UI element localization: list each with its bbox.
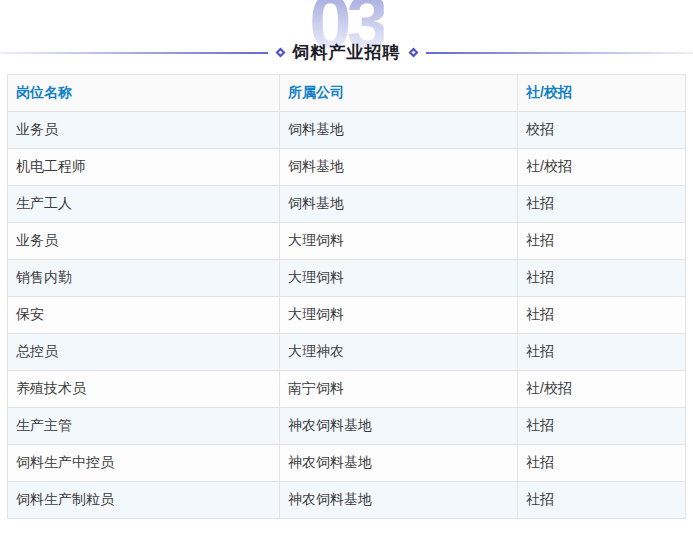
table-row: 生产工人饲料基地社招	[8, 186, 686, 223]
cell-company: 大理神农	[280, 334, 518, 371]
cell-position: 业务员	[8, 223, 280, 260]
cell-company: 大理饲料	[280, 223, 518, 260]
jobs-table-container: 岗位名称 所属公司 社/校招 业务员饲料基地校招机电工程师饲料基地社/校招生产工…	[7, 74, 686, 519]
cell-company: 大理饲料	[280, 297, 518, 334]
cell-recruit-type: 社招	[518, 223, 686, 260]
cell-position: 饲料生产制粒员	[8, 482, 280, 519]
diamond-icon	[275, 48, 285, 58]
cell-recruit-type: 社招	[518, 334, 686, 371]
cell-recruit-type: 社/校招	[518, 371, 686, 408]
cell-recruit-type: 社招	[518, 260, 686, 297]
column-header-company: 所属公司	[280, 75, 518, 112]
table-row: 机电工程师饲料基地社/校招	[8, 149, 686, 186]
cell-position: 机电工程师	[8, 149, 280, 186]
section-header: 03 饲料产业招聘	[0, 0, 693, 74]
cell-company: 饲料基地	[280, 186, 518, 223]
cell-position: 饲料生产中控员	[8, 445, 280, 482]
cell-company: 南宁饲料	[280, 371, 518, 408]
cell-company: 神农饲料基地	[280, 482, 518, 519]
cell-recruit-type: 社招	[518, 445, 686, 482]
title-divider-left	[0, 52, 268, 54]
column-header-position: 岗位名称	[8, 75, 280, 112]
table-row: 饲料生产中控员神农饲料基地社招	[8, 445, 686, 482]
section-title-row: 饲料产业招聘	[0, 41, 693, 64]
table-row: 业务员大理饲料社招	[8, 223, 686, 260]
cell-position: 总控员	[8, 334, 280, 371]
column-header-recruit-type: 社/校招	[518, 75, 686, 112]
cell-recruit-type: 社招	[518, 408, 686, 445]
diamond-icon	[408, 48, 418, 58]
table-row: 生产主管神农饲料基地社招	[8, 408, 686, 445]
title-divider-right	[426, 52, 693, 54]
table-row: 养殖技术员南宁饲料社/校招	[8, 371, 686, 408]
table-row: 保安大理饲料社招	[8, 297, 686, 334]
cell-position: 销售内勤	[8, 260, 280, 297]
cell-recruit-type: 社招	[518, 297, 686, 334]
cell-company: 神农饲料基地	[280, 445, 518, 482]
cell-recruit-type: 校招	[518, 112, 686, 149]
table-row: 总控员大理神农社招	[8, 334, 686, 371]
table-row: 业务员饲料基地校招	[8, 112, 686, 149]
table-row: 饲料生产制粒员神农饲料基地社招	[8, 482, 686, 519]
cell-position: 生产主管	[8, 408, 280, 445]
cell-company: 饲料基地	[280, 149, 518, 186]
cell-company: 饲料基地	[280, 112, 518, 149]
table-body: 业务员饲料基地校招机电工程师饲料基地社/校招生产工人饲料基地社招业务员大理饲料社…	[8, 112, 686, 519]
cell-position: 保安	[8, 297, 280, 334]
cell-position: 业务员	[8, 112, 280, 149]
table-header: 岗位名称 所属公司 社/校招	[8, 75, 686, 112]
jobs-table: 岗位名称 所属公司 社/校招 业务员饲料基地校招机电工程师饲料基地社/校招生产工…	[7, 74, 686, 519]
table-header-row: 岗位名称 所属公司 社/校招	[8, 75, 686, 112]
cell-position: 生产工人	[8, 186, 280, 223]
section-title: 饲料产业招聘	[293, 41, 401, 64]
cell-position: 养殖技术员	[8, 371, 280, 408]
cell-recruit-type: 社招	[518, 482, 686, 519]
cell-company: 大理饲料	[280, 260, 518, 297]
cell-recruit-type: 社招	[518, 186, 686, 223]
cell-recruit-type: 社/校招	[518, 149, 686, 186]
table-row: 销售内勤大理饲料社招	[8, 260, 686, 297]
cell-company: 神农饲料基地	[280, 408, 518, 445]
